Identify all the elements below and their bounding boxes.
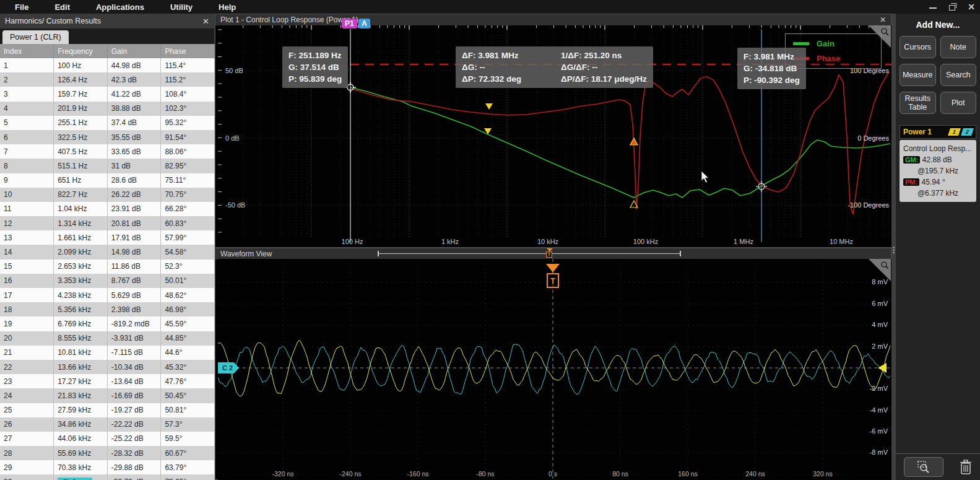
cursor-delta-readout[interactable]: ΔF: 3.981 MHz1/ΔF: 251.20 ns ΔG: --ΔG/ΔF… xyxy=(456,46,653,88)
svg-text:0 s: 0 s xyxy=(549,470,557,478)
waveform-canvas[interactable]: T8 mV6 mV4 mV2 mV-2 mV-4 mV-6 mV-8 mV-32… xyxy=(218,259,891,480)
table-row[interactable]: 2855.69 kHz-28.32 dB60.67° xyxy=(0,446,215,460)
table-row[interactable]: 8515.1 Hz31 dB82.95° xyxy=(0,159,215,173)
svg-text:-240 ns: -240 ns xyxy=(339,470,361,478)
power1-source-badge[interactable]: Power 1 1 2 xyxy=(900,125,976,139)
table-row[interactable]: 9651 Hz28.6 dB75.11° xyxy=(0,173,215,188)
trigger-position-icon xyxy=(546,264,560,273)
svg-text:1 kHz: 1 kHz xyxy=(441,238,459,245)
table-row[interactable]: 111.04 kHz23.91 dB66.28° xyxy=(0,202,215,216)
svg-text:-80 ns: -80 ns xyxy=(476,470,494,478)
panel-splitter[interactable]: ••• xyxy=(891,14,896,480)
badge-cursor-a[interactable]: A xyxy=(358,19,370,28)
table-row[interactable]: 2126.4 Hz42.3 dB115.2° xyxy=(0,72,215,87)
table-row[interactable]: 142.099 kHz14.98 dB54.58° xyxy=(0,245,215,259)
svg-text:320 ns: 320 ns xyxy=(813,470,833,478)
trash-icon[interactable] xyxy=(959,459,973,475)
results-table-button[interactable]: Results Table xyxy=(900,92,936,114)
zoom-overview-bar[interactable] xyxy=(378,251,681,256)
table-row[interactable]: 30Ch 2-33.72 dB73.65° xyxy=(0,474,215,480)
menu-item-utility[interactable]: Utility xyxy=(170,2,193,12)
oscilloscope-app: FileEditApplicationsUtilityHelp ✕ Harmon… xyxy=(0,0,980,480)
channel-1-chip: 1 xyxy=(948,128,961,136)
svg-text:-50 dB: -50 dB xyxy=(225,201,245,209)
svg-text:-320 ns: -320 ns xyxy=(272,470,293,478)
menu-item-applications[interactable]: Applications xyxy=(96,2,144,12)
overview-trigger-marker[interactable]: T xyxy=(546,248,553,259)
table-row[interactable]: 185.356 kHz2.398 dB46.98° xyxy=(0,302,215,316)
table-row[interactable]: 2527.59 kHz-19.27 dB50.81° xyxy=(0,403,215,417)
table-row[interactable]: 174.238 kHz5.629 dB48.62° xyxy=(0,288,215,302)
table-row[interactable]: 10822.7 Hz26.22 dB70.75° xyxy=(0,188,215,202)
svg-text:-4 mV: -4 mV xyxy=(870,406,888,414)
search-button[interactable]: Search xyxy=(940,64,977,86)
cursor-b-readout[interactable]: F: 3.981 MHz G: -34.818 dB P: -90.392 de… xyxy=(737,48,806,89)
control-loop-response-card[interactable]: Control Loop Resp... GM: 42.88 dB @195.7… xyxy=(900,140,976,202)
svg-text:240 ns: 240 ns xyxy=(745,470,765,478)
menu-item-edit[interactable]: Edit xyxy=(54,2,70,12)
plot-button[interactable]: Plot xyxy=(940,92,977,114)
restore-icon[interactable] xyxy=(947,2,957,11)
add-new-title: Add New... xyxy=(900,20,976,30)
waveform-title-bar[interactable]: Waveform View T xyxy=(215,248,891,260)
legend-entry-gain: Gain xyxy=(793,39,874,48)
table-row[interactable]: 6322.5 Hz35.55 dB91.54° xyxy=(0,130,215,144)
table-row[interactable]: 196.769 kHz-819.2 mdB45.59° xyxy=(0,316,215,331)
zoom-select-icon xyxy=(916,460,931,474)
column-header-index: Index xyxy=(0,44,54,58)
svg-text:-8 mV: -8 mV xyxy=(870,448,888,456)
svg-text:100 Hz: 100 Hz xyxy=(342,238,363,245)
minimize-icon[interactable] xyxy=(928,2,938,11)
gain-swatch xyxy=(793,42,809,45)
gain-margin-label: GM: xyxy=(903,156,920,164)
table-row[interactable]: 2213.66 kHz-10.34 dB45.32° xyxy=(0,360,215,374)
table-row[interactable]: 7407.5 Hz33.65 dB88.06° xyxy=(0,144,215,159)
table-row[interactable]: 2110.81 kHz-7.115 dB44.6° xyxy=(0,346,215,360)
note-button[interactable]: Note xyxy=(940,36,977,58)
cursors-button[interactable]: Cursors xyxy=(900,36,936,58)
channel-2-table-badge: Ch 2 xyxy=(58,478,92,480)
menu-item-file[interactable]: File xyxy=(15,2,28,12)
table-row[interactable]: 163.353 kHz8.767 dB50.01° xyxy=(0,274,215,288)
column-header-gain: Gain xyxy=(107,44,161,58)
magnifier-icon xyxy=(880,27,889,36)
svg-text:1 MHz: 1 MHz xyxy=(734,238,753,245)
table-row[interactable]: 131.661 kHz17.91 dB57.99° xyxy=(0,230,215,245)
bode-title-bar[interactable]: Plot 1 - Control Loop Response (Power 1)… xyxy=(215,14,891,25)
zoom-mode-button[interactable] xyxy=(904,457,943,477)
table-row[interactable]: 2421.83 kHz-16.69 dB50.45° xyxy=(0,388,215,403)
table-row[interactable]: 3159.7 Hz41.22 dB108.4° xyxy=(0,87,215,101)
table-row[interactable]: 152.653 kHz11.86 dB52.3° xyxy=(0,260,215,274)
results-table-header: IndexFrequencyGainPhase xyxy=(0,44,215,58)
phase-margin-freq: @6.377 kHz xyxy=(903,188,973,199)
table-row[interactable]: 4201.9 Hz38.88 dB102.3° xyxy=(0,102,215,116)
cursor-a-readout[interactable]: F: 251.189 Hz G: 37.514 dB P: 95.839 deg xyxy=(282,46,348,88)
svg-text:100 kHz: 100 kHz xyxy=(633,238,658,245)
table-row[interactable]: 2970.38 kHz-29.88 dB63.79° xyxy=(0,460,215,474)
table-row[interactable]: 1100 Hz44.98 dB115.4° xyxy=(0,58,215,72)
svg-text:80 ns: 80 ns xyxy=(612,470,628,478)
card-title: Control Loop Resp... xyxy=(903,143,973,154)
badge-p1[interactable]: P1 xyxy=(342,19,357,28)
tab-power1-clr[interactable]: Power 1 (CLR) xyxy=(2,30,69,44)
table-row[interactable]: 2634.86 kHz-22.22 dB57.3° xyxy=(0,417,215,432)
results-close-icon[interactable]: ✕ xyxy=(202,17,209,26)
table-row[interactable]: 121.314 kHz20.81 dB60.83° xyxy=(0,216,215,230)
add-new-panel: Add New... CursorsNoteMeasureSearchResul… xyxy=(896,14,980,480)
table-row[interactable]: 2317.27 kHz-13.64 dB47.76° xyxy=(0,374,215,388)
bode-close-icon[interactable]: ✕ xyxy=(880,15,886,24)
column-header-frequency: Frequency xyxy=(54,44,108,58)
menu-item-help[interactable]: Help xyxy=(219,2,236,12)
table-row[interactable]: 5255.1 Hz37.4 dB95.32° xyxy=(0,116,215,130)
table-row[interactable]: 208.555 kHz-3.931 dB44.85° xyxy=(0,331,215,346)
phase-margin-label: PM: xyxy=(903,178,919,186)
menu-bar: FileEditApplicationsUtilityHelp ✕ xyxy=(0,0,980,14)
channel2-waveform xyxy=(218,344,890,395)
close-icon[interactable]: ✕ xyxy=(966,2,976,11)
power1-label: Power 1 xyxy=(903,128,947,136)
svg-text:4 mV: 4 mV xyxy=(872,321,888,328)
svg-text:-100 Degrees: -100 Degrees xyxy=(848,201,889,209)
results-panel: Harmonics/ Custom Results ✕ Power 1 (CLR… xyxy=(0,14,215,480)
measure-button[interactable]: Measure xyxy=(900,64,936,86)
table-row[interactable]: 2744.06 kHz-25.22 dB59.5° xyxy=(0,432,215,446)
